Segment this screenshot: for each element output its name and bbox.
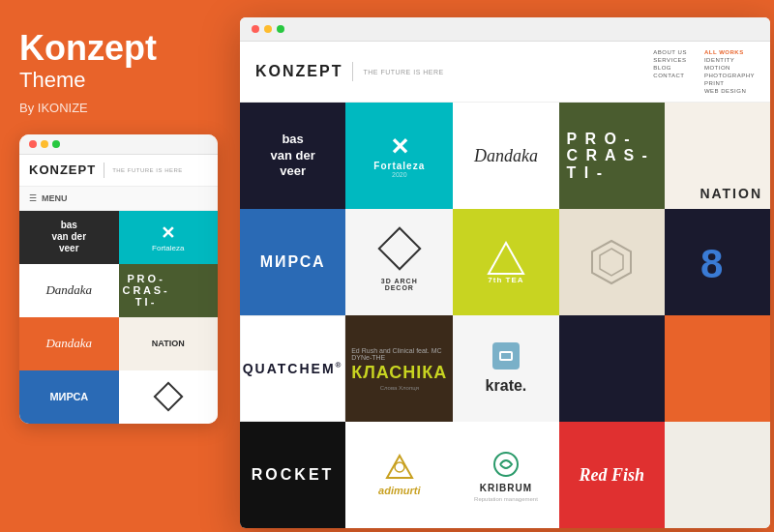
browser-site-logo: KONZEPT — [255, 63, 342, 80]
mobile-cell-pro: P R O -C R A S -T I - — [119, 264, 219, 317]
mobile-nation-text: NATION — [152, 339, 185, 348]
mobile-mirca-text: МИРСА — [49, 391, 88, 402]
left-panel: Konzept Theme By IKONIZE KONZEPT THE FUT… — [0, 0, 237, 532]
cell-redfish[interactable]: Red Fish — [559, 422, 665, 528]
nav-print[interactable]: Print — [704, 80, 755, 86]
nav-photography[interactable]: Photography — [704, 73, 755, 78]
mobile-dandara-text: Dandaka — [45, 282, 92, 298]
nav-contact[interactable]: CONTACT — [653, 73, 687, 78]
browser-nav: ABOUT US SERVICES BLOG CONTACT All Works… — [653, 49, 755, 94]
bas-text: basvan derveer — [270, 132, 314, 181]
browser-site-header: KONZEPT THE FUTURE IS HERE ABOUT US SERV… — [240, 42, 770, 103]
krate-icon — [492, 342, 520, 369]
quatchem-label: QUATCHEM® — [243, 361, 343, 376]
cell-hex[interactable] — [559, 209, 665, 315]
nav-blog[interactable]: BLOG — [653, 65, 687, 71]
browser-header-divider — [352, 62, 353, 81]
arch-box-icon — [377, 226, 421, 270]
svg-point-7 — [494, 453, 518, 476]
fortaleza-label: Fortaleza — [373, 161, 425, 171]
mobile-top-bar — [19, 134, 218, 155]
cell-arch[interactable]: 3D ARCHDECOR — [345, 209, 453, 315]
cell-mirca[interactable]: МИРСА — [240, 209, 345, 315]
kribrum-text: KRIBRUM — [480, 483, 532, 493]
redfish-text: Red Fish — [579, 465, 644, 486]
cell-dandara[interactable]: Dandaka — [453, 103, 558, 209]
theme-title: Konzept — [19, 29, 218, 68]
portfolio-grid: basvan derveer ✕ Fortaleza 2020 Dandaka … — [240, 103, 770, 528]
mobile-grid: basvan derveer ✕ Fortaleza Dandaka P R O… — [19, 211, 218, 424]
mobile-fortaleza-logo: ✕ Fortaleza — [152, 222, 184, 252]
cell-quatchem-symbol[interactable]: 8 — [665, 209, 770, 315]
mobile-cell-bas: basvan derveer — [19, 211, 119, 264]
krate-text: krate. — [486, 377, 527, 395]
mobile-cell-script: Dandaka — [19, 317, 119, 370]
mirca-text: МИРСА — [260, 253, 326, 271]
mobile-cell-mirca: МИРСА — [19, 370, 119, 424]
cell-placeholder — [665, 422, 770, 528]
cell-nation[interactable]: NATION — [665, 103, 770, 209]
mobile-mockup: KONZEPT THE FUTURE IS HERE ☰ Menu basvan… — [19, 134, 218, 424]
mobile-arch-box — [153, 382, 183, 412]
dandara-text: Dandaka — [474, 146, 538, 166]
nav-motion[interactable]: Motion — [704, 65, 755, 71]
rocket-text: ROCKET — [252, 466, 335, 484]
browser-mockup: KONZEPT THE FUTURE IS HERE ABOUT US SERV… — [240, 17, 770, 528]
kribrum-sub: Reputation management — [474, 496, 538, 502]
hex-icon — [586, 237, 637, 287]
cell-bas[interactable]: basvan derveer — [240, 103, 345, 209]
mobile-header-divider — [104, 163, 104, 178]
nav-services[interactable]: SERVICES — [653, 57, 687, 63]
browser-red-dot — [252, 25, 259, 33]
mobile-cell-arch — [119, 370, 219, 424]
adimurti-text: adimurti — [378, 485, 420, 496]
cell-fortaleza[interactable]: ✕ Fortaleza 2020 — [345, 103, 453, 209]
menu-icon: ☰ — [29, 193, 37, 203]
nav-allworks[interactable]: All Works — [704, 49, 755, 55]
mobile-cell-fortaleza: ✕ Fortaleza — [119, 211, 219, 264]
cell-quatchem-text[interactable]: QUATCHEM® — [240, 315, 345, 422]
nav-identity[interactable]: Identity — [704, 57, 755, 63]
fortaleza-text: Fortaleza — [152, 244, 184, 252]
svg-marker-3 — [600, 249, 623, 276]
yellow-dot — [41, 140, 48, 148]
fortaleza-year: 2020 — [392, 171, 407, 178]
mobile-logo: KONZEPT — [29, 163, 96, 177]
svg-marker-2 — [592, 241, 631, 283]
cell-empty2 — [665, 315, 770, 422]
adimurti-icon — [385, 454, 414, 483]
cell-klasnuka[interactable]: Ed Rush and Clinical feat. MC DYNe-THE К… — [345, 315, 453, 422]
arch-text: 3D ARCHDECOR — [381, 278, 418, 291]
fortaleza-x-icon: ✕ — [390, 133, 409, 161]
cell-krate[interactable]: krate. — [453, 315, 558, 422]
theme-subtitle: Theme — [19, 68, 218, 93]
browser-top-bar — [240, 17, 770, 42]
cell-adimurti[interactable]: adimurti — [345, 422, 453, 528]
cell-kribrum[interactable]: KRIBRUM Reputation management — [453, 422, 558, 528]
theme-by: By IKONIZE — [19, 101, 218, 115]
cell-tea[interactable]: 7th TEA — [453, 209, 558, 315]
svg-text:8: 8 — [700, 241, 723, 285]
cell-empty1 — [559, 315, 665, 422]
nav-col-2: All Works Identity Motion Photography Pr… — [704, 49, 755, 94]
quatchem-icon: 8 — [697, 239, 737, 285]
mobile-tagline: THE FUTURE IS HERE — [112, 167, 183, 173]
mobile-menu[interactable]: ☰ Menu — [19, 187, 218, 211]
klasnuka-text: КЛАСНІКА — [351, 363, 447, 383]
klasnuka-subtitle: Ed Rush and Clinical feat. MC DYNe-THE — [351, 347, 447, 361]
red-dot — [29, 140, 37, 148]
nav-about[interactable]: ABOUT US — [653, 49, 687, 55]
browser-site-tagline: THE FUTURE IS HERE — [363, 69, 443, 75]
browser-yellow-dot — [264, 25, 272, 33]
mobile-pro-text: P R O -C R A S -T I - — [123, 273, 167, 308]
browser-green-dot — [277, 25, 284, 33]
nation-text: NATION — [700, 186, 762, 201]
cell-rocket[interactable]: ROCKET — [240, 422, 345, 528]
nav-col-1: ABOUT US SERVICES BLOG CONTACT — [653, 49, 687, 94]
svg-marker-0 — [489, 243, 523, 274]
mobile-header: KONZEPT THE FUTURE IS HERE — [19, 155, 218, 187]
svg-marker-5 — [387, 456, 412, 478]
cell-pro1[interactable]: P R O -C R A S -T I - — [559, 103, 665, 209]
nav-webdesign[interactable]: Web Design — [704, 88, 755, 94]
tea-triangle-icon — [487, 241, 525, 276]
